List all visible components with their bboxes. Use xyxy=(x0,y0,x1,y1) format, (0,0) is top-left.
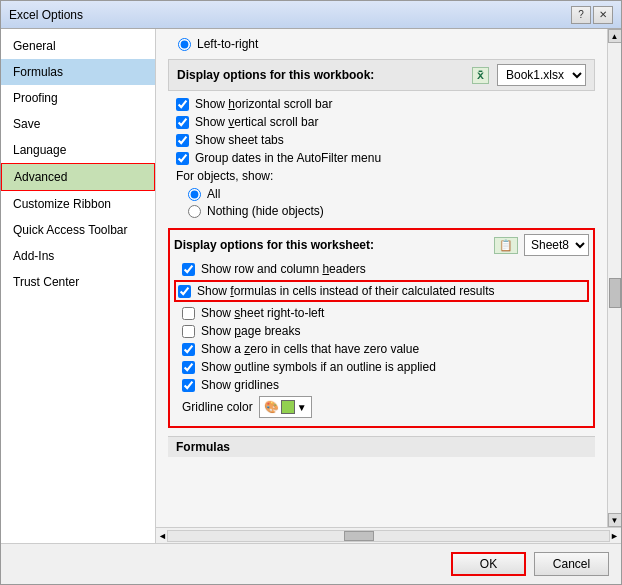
page-breaks-label: Show page breaks xyxy=(201,324,300,338)
ok-button[interactable]: OK xyxy=(451,552,526,576)
sidebar-item-language[interactable]: Language xyxy=(1,137,155,163)
show-formulas-row: Show formulas in cells instead of their … xyxy=(174,280,589,302)
page-breaks-checkbox[interactable] xyxy=(182,325,195,338)
sidebar-item-general[interactable]: General xyxy=(1,33,155,59)
left-to-right-radio[interactable] xyxy=(178,38,191,51)
workbook-section: Display options for this workbook: x̄ Bo… xyxy=(168,59,595,218)
show-horizontal-scroll-checkbox[interactable] xyxy=(176,98,189,111)
worksheet-excel-icon: 📋 xyxy=(494,237,518,254)
zero-value-label: Show a zero in cells that have zero valu… xyxy=(201,342,419,356)
workbook-select-wrapper: x̄ Book1.xlsx xyxy=(472,64,586,86)
sidebar-item-formulas[interactable]: Formulas xyxy=(1,59,155,85)
outline-symbols-checkbox[interactable] xyxy=(182,361,195,374)
show-sheet-tabs-label: Show sheet tabs xyxy=(195,133,284,147)
outline-symbols-label: Show outline symbols if an outline is ap… xyxy=(201,360,436,374)
all-radio-row: All xyxy=(168,187,595,201)
color-dropdown-arrow[interactable]: ▼ xyxy=(297,402,307,413)
h-scroll-thumb[interactable] xyxy=(344,531,374,541)
scroll-left-button[interactable]: ◄ xyxy=(158,531,167,541)
workbook-section-label: Display options for this workbook: xyxy=(177,68,374,82)
horizontal-scrollbar[interactable] xyxy=(167,530,610,542)
show-gridlines-label: Show gridlines xyxy=(201,378,279,392)
worksheet-select-wrapper: 📋 Sheet8 xyxy=(494,234,589,256)
group-dates-label: Group dates in the AutoFilter menu xyxy=(195,151,381,165)
close-button[interactable]: ✕ xyxy=(593,6,613,24)
worksheet-section: Display options for this worksheet: 📋 Sh… xyxy=(168,228,595,428)
vertical-scrollbar[interactable]: ▲ ▼ xyxy=(607,29,621,527)
help-button[interactable]: ? xyxy=(571,6,591,24)
sidebar-item-trust-center[interactable]: Trust Center xyxy=(1,269,155,295)
show-sheet-tabs-checkbox[interactable] xyxy=(176,134,189,147)
show-vertical-scroll-label: Show vertical scroll bar xyxy=(195,115,318,129)
title-bar: Excel Options ? ✕ xyxy=(1,1,621,29)
scroll-up-button[interactable]: ▲ xyxy=(608,29,622,43)
direction-radio-group: Left-to-right xyxy=(168,37,595,51)
dialog-body: General Formulas Proofing Save Language … xyxy=(1,29,621,543)
scroll-track[interactable] xyxy=(608,43,622,513)
group-dates-checkbox[interactable] xyxy=(176,152,189,165)
gridline-color-row: Gridline color 🎨 ▼ xyxy=(174,396,589,418)
group-dates-row: Group dates in the AutoFilter menu xyxy=(168,151,595,165)
sheet-right-to-left-row: Show sheet right-to-left xyxy=(174,306,589,320)
color-swatch xyxy=(281,400,295,414)
direction-label: Left-to-right xyxy=(197,37,258,51)
page-breaks-row: Show page breaks xyxy=(174,324,589,338)
cancel-button[interactable]: Cancel xyxy=(534,552,609,576)
sidebar-item-save[interactable]: Save xyxy=(1,111,155,137)
sidebar-item-customize-ribbon[interactable]: Customize Ribbon xyxy=(1,191,155,217)
sheet-right-to-left-checkbox[interactable] xyxy=(182,307,195,320)
excel-icon: x̄ xyxy=(472,67,489,84)
scroll-down-button[interactable]: ▼ xyxy=(608,513,622,527)
all-label: All xyxy=(207,187,220,201)
show-sheet-tabs-row: Show sheet tabs xyxy=(168,133,595,147)
show-gridlines-checkbox[interactable] xyxy=(182,379,195,392)
show-vertical-scroll-checkbox[interactable] xyxy=(176,116,189,129)
all-radio[interactable] xyxy=(188,188,201,201)
row-column-headers-checkbox[interactable] xyxy=(182,263,195,276)
workbook-header: Display options for this workbook: x̄ Bo… xyxy=(168,59,595,91)
nothing-radio[interactable] xyxy=(188,205,201,218)
content-area: Left-to-right Display options for this w… xyxy=(156,29,607,527)
horizontal-scrollbar-area[interactable]: ◄ ► xyxy=(156,527,621,543)
worksheet-select[interactable]: Sheet8 xyxy=(524,234,589,256)
outline-symbols-row: Show outline symbols if an outline is ap… xyxy=(174,360,589,374)
sidebar-item-advanced[interactable]: Advanced xyxy=(1,163,155,191)
content-with-scroll: Left-to-right Display options for this w… xyxy=(156,29,621,527)
row-column-headers-row: Show row and column headers xyxy=(174,262,589,276)
show-vertical-scroll-row: Show vertical scroll bar xyxy=(168,115,595,129)
show-gridlines-row: Show gridlines xyxy=(174,378,589,392)
sidebar: General Formulas Proofing Save Language … xyxy=(1,29,156,543)
dialog-title: Excel Options xyxy=(9,8,83,22)
sidebar-item-proofing[interactable]: Proofing xyxy=(1,85,155,111)
row-column-headers-label: Show row and column headers xyxy=(201,262,366,276)
show-horizontal-scroll-label: Show horizontal scroll bar xyxy=(195,97,332,111)
nothing-radio-row: Nothing (hide objects) xyxy=(168,204,595,218)
zero-value-checkbox[interactable] xyxy=(182,343,195,356)
worksheet-section-label: Display options for this worksheet: xyxy=(174,238,374,252)
scroll-thumb[interactable] xyxy=(609,278,621,308)
formulas-section-bar: Formulas xyxy=(168,436,595,457)
sheet-right-to-left-label: Show sheet right-to-left xyxy=(201,306,324,320)
excel-options-dialog: Excel Options ? ✕ General Formulas Proof… xyxy=(0,0,622,585)
footer: OK Cancel xyxy=(1,543,621,584)
worksheet-header: Display options for this worksheet: 📋 Sh… xyxy=(174,234,589,256)
gridline-color-button[interactable]: 🎨 ▼ xyxy=(259,396,312,418)
for-objects-label: For objects, show: xyxy=(168,169,595,183)
show-formulas-label: Show formulas in cells instead of their … xyxy=(197,284,495,298)
nothing-label: Nothing (hide objects) xyxy=(207,204,324,218)
gridline-color-label: Gridline color xyxy=(182,400,253,414)
paint-bucket-icon: 🎨 xyxy=(264,400,279,414)
workbook-select[interactable]: Book1.xlsx xyxy=(497,64,586,86)
main-content: Left-to-right Display options for this w… xyxy=(156,29,621,543)
show-formulas-checkbox[interactable] xyxy=(178,285,191,298)
title-bar-buttons: ? ✕ xyxy=(571,6,613,24)
sidebar-item-quick-access[interactable]: Quick Access Toolbar xyxy=(1,217,155,243)
zero-value-row: Show a zero in cells that have zero valu… xyxy=(174,342,589,356)
scroll-right-button[interactable]: ► xyxy=(610,531,619,541)
sidebar-item-addins[interactable]: Add-Ins xyxy=(1,243,155,269)
show-horizontal-scroll-row: Show horizontal scroll bar xyxy=(168,97,595,111)
